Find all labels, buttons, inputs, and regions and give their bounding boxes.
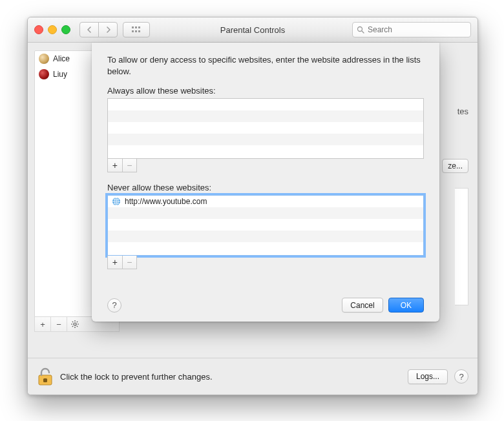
search-field[interactable]	[352, 22, 471, 37]
svg-rect-2	[138, 26, 140, 28]
minimize-window-button[interactable]	[48, 25, 57, 34]
avatar	[39, 54, 49, 64]
website-restrictions-sheet: To allow or deny access to specific webs…	[92, 43, 439, 322]
window-controls	[34, 25, 70, 34]
svg-line-16	[77, 322, 78, 322]
svg-rect-4	[135, 30, 137, 32]
lock-text: Click the lock to prevent further change…	[60, 372, 213, 382]
customize-button[interactable]: ze...	[442, 159, 468, 173]
cancel-button[interactable]: Cancel	[342, 298, 383, 313]
chevron-right-icon	[105, 26, 111, 33]
svg-line-13	[72, 322, 73, 322]
forward-button[interactable]	[98, 23, 117, 37]
svg-rect-5	[138, 30, 140, 32]
sidebar-item-label: Liuy	[53, 70, 67, 79]
deny-add-button[interactable]: +	[108, 256, 122, 269]
deny-list-controls: + −	[107, 256, 137, 269]
search-icon	[357, 26, 364, 34]
sheet-help-button[interactable]: ?	[107, 298, 121, 313]
gear-icon	[70, 320, 79, 329]
deny-list[interactable]: http://www.youtube.com	[107, 195, 424, 256]
show-all-button[interactable]	[123, 22, 150, 37]
back-button[interactable]	[80, 23, 98, 37]
grid-icon	[132, 26, 141, 33]
titlebar: Parental Controls	[28, 17, 478, 43]
obscured-listbox	[455, 188, 468, 305]
allow-list[interactable]	[107, 98, 424, 159]
zoom-window-button[interactable]	[61, 25, 70, 34]
obscured-label: tes	[457, 107, 468, 116]
logs-button[interactable]: Logs...	[408, 369, 448, 384]
svg-rect-1	[135, 26, 137, 28]
add-user-button[interactable]: +	[35, 317, 50, 331]
deny-url: http://www.youtube.com	[125, 197, 207, 206]
svg-rect-3	[132, 30, 134, 32]
ok-button[interactable]: OK	[388, 298, 424, 313]
search-input[interactable]	[368, 25, 467, 34]
preferences-window: Parental Controls Alice Liuy + − tes ze.…	[27, 17, 478, 395]
close-window-button[interactable]	[34, 25, 43, 34]
deny-remove-button[interactable]: −	[122, 256, 137, 269]
svg-line-7	[362, 31, 364, 33]
deny-label: Never allow these websites:	[107, 183, 424, 192]
sidebar-actions-button[interactable]	[67, 317, 83, 331]
globe-icon	[112, 197, 121, 206]
svg-rect-0	[132, 26, 134, 28]
svg-line-14	[77, 326, 78, 327]
chevron-left-icon	[87, 26, 92, 33]
sidebar-item-label: Alice	[53, 54, 70, 63]
svg-point-8	[74, 323, 76, 325]
avatar	[39, 69, 49, 79]
allow-add-button[interactable]: +	[108, 159, 122, 172]
remove-user-button[interactable]: −	[50, 317, 67, 331]
allow-remove-button[interactable]: −	[122, 159, 137, 172]
svg-rect-18	[43, 378, 47, 382]
sheet-description: To allow or deny access to specific webs…	[107, 54, 424, 77]
deny-list-item[interactable]: http://www.youtube.com	[108, 196, 423, 207]
svg-point-6	[358, 27, 362, 32]
help-button[interactable]: ?	[454, 369, 468, 384]
allow-list-controls: + −	[107, 159, 137, 172]
lock-row: Click the lock to prevent further change…	[28, 358, 478, 395]
svg-line-15	[72, 326, 73, 327]
nav-segmented	[79, 22, 118, 37]
allow-label: Always allow these websites:	[107, 86, 424, 96]
lock-open-icon[interactable]	[37, 367, 54, 386]
sheet-footer: ? Cancel OK	[107, 298, 424, 313]
